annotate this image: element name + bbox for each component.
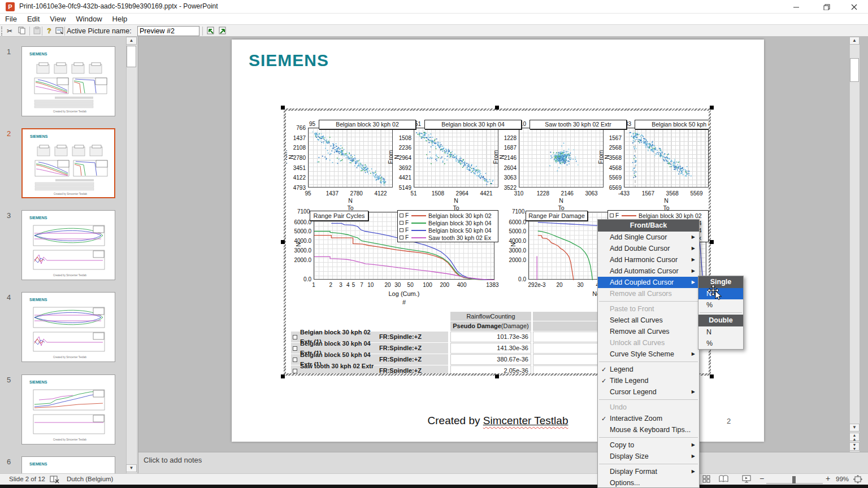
thumbnail-scrollbar[interactable]: [126, 37, 137, 473]
context-menu-item-cursor-legend[interactable]: Cursor Legend▶: [598, 386, 699, 398]
linechart-xlabel: Log (Cum.): [364, 290, 444, 297]
context-menu-item-mouse-keyboard-tips[interactable]: Mouse & Keyboard Tips...: [598, 424, 699, 435]
close-button[interactable]: [844, 0, 863, 14]
table-row-name: Saw tooth 30 kph 02 Extr (1)FR:Spindle:+…: [291, 365, 448, 373]
table-row-checkbox[interactable]: [293, 335, 297, 339]
selection-handle[interactable]: [281, 106, 285, 110]
slide-counter: Slide 2 of 12: [9, 476, 45, 482]
notes-pane[interactable]: Click to add notes: [138, 452, 868, 473]
table-row-checkbox[interactable]: [293, 346, 297, 351]
zoom-in-button[interactable]: +: [826, 474, 830, 483]
notes-placeholder: Click to add notes: [144, 456, 202, 464]
minimize-button[interactable]: [787, 0, 806, 14]
powerpoint-app-icon: P: [6, 2, 15, 11]
selection-handle[interactable]: [281, 240, 285, 244]
zoom-out-button[interactable]: −: [760, 474, 764, 483]
context-menu-item-select-all-curves[interactable]: Select all Curves: [598, 315, 699, 326]
context-menu-item-add-double-cursor[interactable]: Add Double Cursor▶: [598, 243, 699, 254]
context-menu-item-copy-to[interactable]: Copy to▶: [598, 439, 699, 451]
thumbnail-scroll-down-button[interactable]: ▼: [126, 464, 137, 472]
context-menu-item-curve-style-scheme[interactable]: Curve Style Scheme▶: [598, 348, 699, 360]
scatter-plot-3: 310769122816872146260430633522FromN31012…: [493, 119, 606, 212]
restore-button[interactable]: [817, 0, 836, 14]
context-menu-item-add-harmonic-cursor[interactable]: Add Harmonic Cursor▶: [598, 254, 699, 265]
picture-settings-icon[interactable]: [54, 27, 64, 36]
scatter-x-tick: 1437: [320, 190, 345, 197]
next-picture-icon[interactable]: [217, 27, 227, 36]
slide-thumbnail-6[interactable]: SIEMENS: [21, 456, 115, 473]
scatter-plot-area: [624, 128, 709, 188]
toolbar: ✂ ? Active Picture name:: [0, 24, 868, 37]
legend-series-name: Belgian block 30 kph 02: [428, 212, 492, 219]
paste-icon: [32, 27, 42, 36]
cut-icon[interactable]: ✂: [5, 27, 15, 36]
submenu-arrow-icon: ▶: [692, 439, 695, 451]
editor-scrollbar[interactable]: [849, 37, 860, 452]
copy-icon[interactable]: [17, 27, 27, 36]
context-menu-item-remove-all-curves[interactable]: Remove all Curves: [598, 326, 699, 337]
selection-handle[interactable]: [710, 374, 714, 378]
menu-window[interactable]: Window: [71, 14, 107, 24]
svg-text:SIEMENS: SIEMENS: [29, 380, 47, 384]
table-row-checkbox[interactable]: [293, 369, 297, 373]
legend-series-name: Belgian block 30 kph 04: [428, 220, 492, 226]
selection-handle[interactable]: [281, 374, 285, 378]
slide-thumbnail-3[interactable]: SIEMENS Created by Simcenter Testlab: [21, 210, 115, 280]
slide-thumbnail-1[interactable]: SIEMENS Created by Simcenter Testlab: [21, 46, 115, 116]
menu-edit[interactable]: Edit: [22, 14, 45, 24]
context-menu-item-display-size[interactable]: Display Size▶: [598, 451, 699, 462]
checkmark-icon: ✓: [601, 375, 606, 386]
spellcheck-icon[interactable]: [50, 475, 59, 485]
editor-scroll-up-button[interactable]: ▲: [849, 37, 860, 45]
zoom-level[interactable]: 99%: [836, 476, 849, 482]
table-group-header: RainflowCounting: [450, 312, 531, 321]
menu-help[interactable]: Help: [107, 14, 133, 24]
zoom-slider-thumb[interactable]: [792, 476, 796, 485]
menu-file[interactable]: File: [0, 14, 22, 24]
thumbnail-scrollbar-thumb[interactable]: [127, 46, 136, 67]
mouse-cursor: [706, 284, 726, 306]
editor-scroll-down-button[interactable]: ▼: [849, 424, 860, 432]
legend-entry: FBelgian block 50 kph 04: [400, 226, 498, 234]
context-menu-item-add-coupled-cursor[interactable]: Add Coupled Cursor▶: [598, 277, 699, 288]
selection-handle[interactable]: [495, 106, 499, 110]
language-indicator[interactable]: Dutch (Belgium): [67, 476, 113, 482]
thumbnail-preview: SIEMENS: [22, 457, 114, 473]
context-menu-item-add-single-cursor[interactable]: Add Single Cursor▶: [598, 232, 699, 243]
thumbnail-preview: SIEMENS Created by Simcenter Testlab: [22, 375, 114, 443]
scatter-plot-1: 95766143721082780345141224793FromN951437…: [286, 119, 396, 212]
previous-picture-icon[interactable]: [205, 27, 215, 36]
selection-handle[interactable]: [495, 374, 499, 378]
menu-view[interactable]: View: [45, 14, 71, 24]
slide-thumbnail-2[interactable]: SIEMENS Created by Simcenter Testlab: [21, 128, 115, 198]
context-submenu-item-double-n[interactable]: N: [698, 326, 743, 338]
context-menu-item-unlock-all-curves: Unlock all Curves: [598, 337, 699, 348]
slideshow-view-icon[interactable]: [742, 475, 751, 484]
selection-handle[interactable]: [710, 106, 714, 110]
scatter-title: Belgian block 30 kph 02: [319, 120, 416, 129]
help-icon[interactable]: ?: [44, 27, 54, 36]
scatter-x-tick: 1228: [531, 190, 555, 197]
context-menu-item-options[interactable]: Options...: [598, 477, 699, 488]
active-picture-name-input[interactable]: [137, 26, 199, 36]
scatter-x-tick: 2146: [555, 190, 580, 197]
context-menu-item-interactive-zoom[interactable]: Interactive Zoom✓: [598, 413, 699, 424]
thumbnail-scroll-up-button[interactable]: ▲: [126, 37, 137, 45]
slide-thumbnail-5[interactable]: SIEMENS Created by Simcenter Testlab: [21, 374, 115, 445]
next-slide-button[interactable]: ▼▼: [849, 442, 860, 451]
context-menu-item-legend[interactable]: Legend✓: [598, 364, 699, 375]
table-row-checkbox[interactable]: [293, 358, 297, 362]
fit-to-window-icon[interactable]: [853, 475, 862, 485]
reading-view-icon[interactable]: [719, 475, 728, 484]
context-menu-item-title-legend[interactable]: Title Legend✓: [598, 375, 699, 386]
context-menu-item-add-automatic-cursor[interactable]: Add Automatic Cursor▶: [598, 265, 699, 277]
scatter-xlabel-n: N: [414, 197, 498, 204]
previous-slide-button[interactable]: ▲▲: [849, 433, 860, 441]
context-menu-item-display-format[interactable]: Display Format▶: [598, 466, 699, 477]
slide-sorter-view-icon[interactable]: [702, 475, 711, 484]
selection-handle[interactable]: [710, 240, 714, 244]
linechart-y-tick: 5000.0: [501, 228, 526, 234]
slide-thumbnail-4[interactable]: SIEMENS Created by Simcenter Testlab: [21, 292, 115, 362]
editor-scrollbar-thumb[interactable]: [850, 58, 859, 82]
context-submenu-item-double-percent[interactable]: %: [698, 338, 743, 349]
